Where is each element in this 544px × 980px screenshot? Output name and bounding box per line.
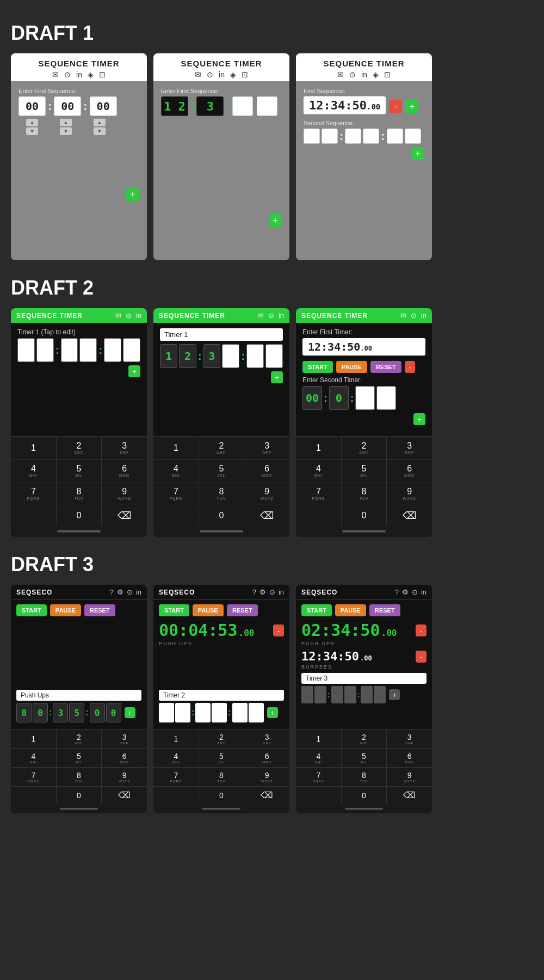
d2p2-key-7[interactable]: 7PQRS: [153, 482, 199, 505]
d2p1-key-del[interactable]: ⌫: [102, 505, 147, 526]
d3p3-key-6[interactable]: 6MNO: [387, 749, 432, 767]
d3p2-key-8[interactable]: 8TUV: [199, 768, 244, 786]
email-icon[interactable]: ✉: [400, 311, 406, 320]
d1p1-seg2[interactable]: 00: [54, 96, 81, 116]
d3p1-key-2[interactable]: 2ABC: [57, 730, 102, 748]
d3p3-key-7[interactable]: 7PQRS: [296, 768, 341, 786]
d3p3-minus-button1[interactable]: -: [416, 624, 426, 636]
email-icon[interactable]: ✉: [195, 70, 201, 79]
email-icon[interactable]: ✉: [337, 70, 344, 79]
d2p3-seg2[interactable]: 0: [329, 386, 349, 410]
github-icon[interactable]: ⊙: [127, 588, 133, 596]
d2p3-plus-button[interactable]: +: [413, 413, 425, 425]
d3p2-seg3[interactable]: [195, 703, 211, 722]
d2p1-seg3[interactable]: [61, 338, 78, 362]
d3p3-seg3[interactable]: [331, 686, 343, 703]
d3p3-key-8[interactable]: 8TUV: [342, 768, 387, 786]
d3p1-key-6[interactable]: 6MNO: [102, 749, 147, 767]
d1p2-plus-button[interactable]: +: [269, 214, 282, 227]
d2p2-key-1[interactable]: 1: [153, 437, 199, 459]
d2p2-key-6[interactable]: 6MNO: [244, 460, 289, 482]
d1p3-seg2[interactable]: [322, 128, 338, 144]
d3p1-key-4[interactable]: 4GHI: [11, 749, 56, 767]
d1p1-dn3[interactable]: ▼: [94, 127, 106, 135]
d3p3-key-3[interactable]: 3DEF: [387, 730, 432, 748]
email-icon[interactable]: ✉: [52, 70, 59, 79]
github-icon[interactable]: ⊙: [126, 311, 132, 320]
d3p1-seg1b[interactable]: 0: [33, 703, 48, 722]
instagram-icon[interactable]: ⊡: [384, 70, 391, 79]
d2p2-key-9[interactable]: 9WXYZ: [244, 482, 289, 505]
help-icon[interactable]: ?: [395, 588, 399, 596]
d2p2-key-del[interactable]: ⌫: [244, 505, 289, 526]
d3p3-plus-button[interactable]: +: [389, 689, 400, 700]
gear-icon[interactable]: ⚙: [402, 588, 409, 596]
d2p3-key-3[interactable]: 3DEF: [387, 437, 432, 459]
d2p1-seg4[interactable]: [79, 338, 97, 362]
d1p3-plus2-button[interactable]: +: [411, 147, 424, 160]
d2p2-key-3[interactable]: 3DEF: [244, 437, 289, 459]
d2p3-key-1[interactable]: 1: [296, 437, 341, 459]
d2p1-seg5[interactable]: [104, 338, 121, 362]
d3p2-key-del[interactable]: ⌫: [244, 787, 289, 804]
github-icon[interactable]: ⊙: [269, 588, 275, 596]
d2p2-plus-button[interactable]: +: [271, 371, 283, 383]
d3p3-key-0[interactable]: 0: [342, 787, 387, 804]
d3p2-key-3[interactable]: 3DEF: [244, 730, 289, 748]
d3p2-key-2[interactable]: 2ABC: [199, 730, 244, 748]
d3p2-pause-button[interactable]: PAUSE: [193, 604, 224, 616]
linkedin-icon[interactable]: in: [219, 70, 225, 79]
d2p2-seg2[interactable]: 2: [179, 344, 196, 368]
d2p1-plus-button[interactable]: +: [128, 365, 140, 377]
d3p3-key-2[interactable]: 2ABC: [342, 730, 387, 748]
d2p2-key-0[interactable]: 0: [199, 505, 244, 526]
d3p1-key-1[interactable]: 1: [11, 730, 56, 748]
d3p1-pause-button[interactable]: PAUSE: [50, 604, 81, 616]
d3p1-plus-button[interactable]: +: [125, 707, 135, 718]
d2p3-key-4[interactable]: 4GHI: [296, 460, 341, 482]
email-icon[interactable]: ✉: [258, 311, 264, 320]
d1p2-seg3[interactable]: [232, 96, 253, 116]
d3p1-seg2b[interactable]: 5: [69, 703, 84, 722]
d2p2-key-8[interactable]: 8TUV: [199, 482, 244, 505]
d2p2-key-4[interactable]: 4GHI: [153, 460, 199, 482]
d3p3-seg6[interactable]: [374, 686, 386, 703]
d3p2-key-1[interactable]: 1: [153, 730, 199, 748]
d1p3-seg3[interactable]: [345, 128, 361, 144]
d3p3-key-5[interactable]: 5JKL: [342, 749, 387, 767]
d3p3-start-button[interactable]: START: [301, 604, 332, 616]
d1p1-up3[interactable]: ▲: [94, 119, 106, 126]
d2p3-seg3[interactable]: [355, 386, 375, 410]
d3p1-key-7[interactable]: 7PQRS: [11, 768, 56, 786]
d3p2-start-button[interactable]: START: [159, 604, 189, 616]
d1p3-seg6[interactable]: [405, 128, 421, 144]
d3p2-key-9[interactable]: 9WXYZ: [244, 768, 289, 786]
d3p3-reset-button[interactable]: RESET: [369, 604, 400, 616]
d3p2-seg1[interactable]: [159, 703, 174, 722]
d1p1-dn1[interactable]: ▼: [26, 127, 38, 135]
d2p1-seg6[interactable]: [123, 338, 140, 362]
d2p2-key-2[interactable]: 2ABC: [199, 437, 244, 459]
d3p1-start-button[interactable]: START: [16, 604, 47, 616]
d3p2-reset-button[interactable]: RESET: [227, 604, 258, 616]
linkedin-icon[interactable]: in: [421, 588, 426, 596]
linkedin-icon[interactable]: in: [361, 70, 367, 79]
d2p1-key-2[interactable]: 2ABC: [57, 437, 102, 459]
d3p1-seg3b[interactable]: 0: [106, 703, 121, 722]
d2p2-seg1[interactable]: 1: [160, 344, 177, 368]
d3p3-seg5[interactable]: [361, 686, 373, 703]
d3p2-key-5[interactable]: 5JKL: [199, 749, 244, 767]
d3p1-seg3a[interactable]: 0: [90, 703, 105, 722]
d3p3-key-4[interactable]: 4GHI: [296, 749, 341, 767]
d1p3-plus-button[interactable]: +: [405, 100, 418, 113]
d3p1-key-9[interactable]: 9WXYZ: [102, 768, 147, 786]
d2p2-seg3[interactable]: 3: [203, 344, 221, 368]
d3p2-key-7[interactable]: 7PQRS: [153, 768, 199, 786]
d3p1-seg2a[interactable]: 3: [53, 703, 68, 722]
d3p3-seg2[interactable]: [314, 686, 326, 703]
d2p3-minus-button[interactable]: -: [405, 361, 416, 373]
d2p1-key-8[interactable]: 8TUV: [57, 482, 102, 505]
linkedin-icon[interactable]: in: [279, 588, 284, 596]
d2p3-key-6[interactable]: 6MNO: [387, 460, 432, 482]
email-icon[interactable]: ✉: [115, 311, 121, 320]
